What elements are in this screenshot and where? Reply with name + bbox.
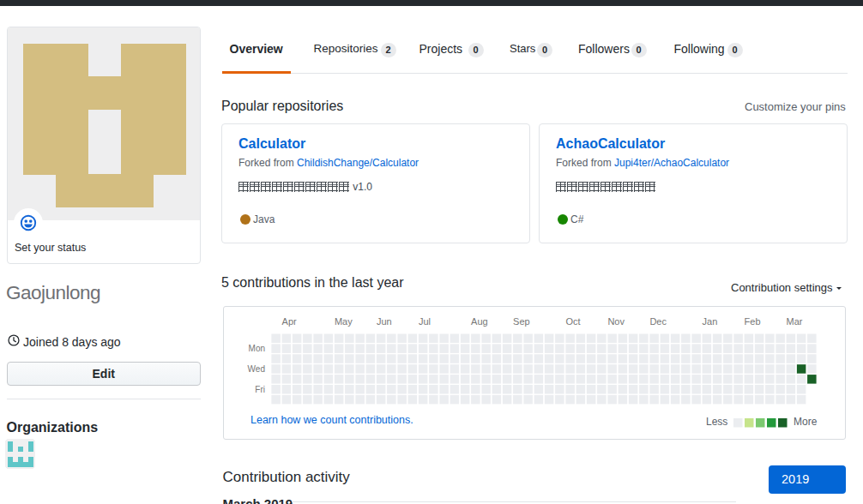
svg-text:Feb: Feb (745, 316, 761, 327)
svg-text:Dec: Dec (649, 316, 667, 327)
svg-text:Sep: Sep (513, 316, 530, 327)
svg-text:Mon: Mon (249, 344, 265, 353)
svg-text:Nov: Nov (607, 316, 625, 327)
svg-text:Fri: Fri (255, 384, 265, 393)
svg-text:Oct: Oct (565, 316, 580, 327)
svg-text:Apr: Apr (282, 316, 297, 327)
svg-text:Aug: Aug (471, 316, 488, 327)
svg-text:Mar: Mar (787, 316, 803, 327)
svg-text:May: May (335, 316, 353, 327)
svg-text:Jun: Jun (377, 316, 392, 327)
svg-text:Jan: Jan (703, 316, 718, 327)
svg-text:Wed: Wed (248, 363, 265, 373)
svg-text:Jul: Jul (419, 316, 431, 327)
